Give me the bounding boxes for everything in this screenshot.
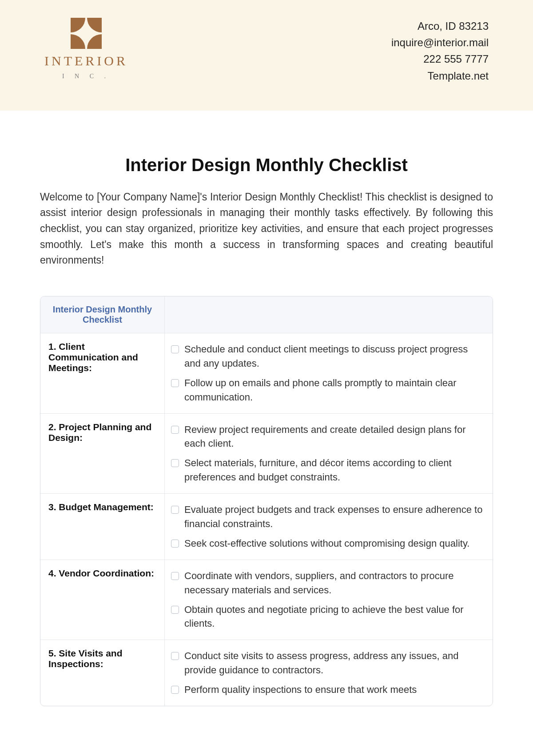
checkbox[interactable] bbox=[171, 652, 179, 660]
page-title: Interior Design Monthly Checklist bbox=[40, 155, 493, 175]
contact-block: Arco, ID 83213 inquire@interior.mail 222… bbox=[391, 18, 489, 84]
table-header-spacer bbox=[165, 296, 493, 333]
task-text: Seek cost-effective solutions without co… bbox=[184, 536, 469, 551]
checkbox[interactable] bbox=[171, 686, 179, 694]
checkbox[interactable] bbox=[171, 379, 179, 387]
logo-block: INTERIOR I N C . bbox=[44, 18, 128, 80]
tasks-cell: Review project requirements and create d… bbox=[165, 414, 493, 494]
checkbox[interactable] bbox=[171, 426, 179, 434]
task-item: Review project requirements and create d… bbox=[171, 420, 484, 454]
task-item: Perform quality inspections to ensure th… bbox=[171, 680, 484, 700]
checkbox[interactable] bbox=[171, 540, 179, 548]
category-cell: 5. Site Visits and Inspections: bbox=[40, 640, 165, 706]
category-label: 5. Site Visits and Inspections: bbox=[48, 648, 123, 669]
logo-petal bbox=[87, 34, 102, 49]
content-area: Interior Design Monthly Checklist Welcom… bbox=[0, 111, 533, 706]
brand-subtitle: I N C . bbox=[62, 73, 110, 80]
category-cell: 3. Budget Management: bbox=[40, 494, 165, 560]
task-text: Select materials, furniture, and décor i… bbox=[184, 456, 484, 484]
task-text: Coordinate with vendors, suppliers, and … bbox=[184, 569, 484, 597]
checkbox[interactable] bbox=[171, 606, 179, 614]
task-text: Review project requirements and create d… bbox=[184, 423, 484, 451]
contact-address: Arco, ID 83213 bbox=[391, 18, 489, 34]
intro-paragraph: Welcome to [Your Company Name]'s Interio… bbox=[40, 189, 493, 268]
category-label: 3. Budget Management: bbox=[48, 502, 154, 512]
logo-icon bbox=[71, 18, 102, 49]
table-header-cell: Interior Design Monthly Checklist bbox=[40, 296, 165, 333]
task-text: Obtain quotes and negotiate pricing to a… bbox=[184, 603, 484, 631]
contact-email: inquire@interior.mail bbox=[391, 34, 489, 51]
category-cell: 1. Client Communication and Meetings: bbox=[40, 333, 165, 413]
logo-petal bbox=[71, 18, 85, 32]
header-banner: INTERIOR I N C . Arco, ID 83213 inquire@… bbox=[0, 0, 533, 111]
checkbox[interactable] bbox=[171, 572, 179, 580]
checkbox[interactable] bbox=[171, 506, 179, 514]
task-text: Follow up on emails and phone calls prom… bbox=[184, 376, 484, 404]
table-row: 1. Client Communication and Meetings: Sc… bbox=[40, 333, 493, 413]
task-text: Perform quality inspections to ensure th… bbox=[184, 683, 417, 697]
checklist-table: Interior Design Monthly Checklist 1. Cli… bbox=[40, 296, 493, 706]
logo-petal bbox=[87, 18, 102, 32]
brand-name: INTERIOR bbox=[44, 53, 128, 68]
task-item: Follow up on emails and phone calls prom… bbox=[171, 373, 484, 407]
table-row: 2. Project Planning and Design: Review p… bbox=[40, 413, 493, 494]
category-label: 1. Client Communication and Meetings: bbox=[48, 341, 138, 373]
task-text: Conduct site visits to assess progress, … bbox=[184, 649, 484, 677]
category-label: 2. Project Planning and Design: bbox=[48, 422, 151, 443]
tasks-cell: Schedule and conduct client meetings to … bbox=[165, 333, 493, 413]
task-text: Evaluate project budgets and track expen… bbox=[184, 503, 484, 531]
table-row: 5. Site Visits and Inspections: Conduct … bbox=[40, 640, 493, 706]
table-header-row: Interior Design Monthly Checklist bbox=[40, 296, 493, 333]
table-row: 4. Vendor Coordination: Coordinate with … bbox=[40, 560, 493, 640]
checkbox[interactable] bbox=[171, 345, 179, 353]
task-item: Obtain quotes and negotiate pricing to a… bbox=[171, 600, 484, 634]
category-label: 4. Vendor Coordination: bbox=[48, 568, 154, 578]
tasks-cell: Conduct site visits to assess progress, … bbox=[165, 640, 493, 706]
logo-petal bbox=[71, 34, 85, 49]
contact-phone: 222 555 7777 bbox=[391, 51, 489, 67]
task-item: Select materials, furniture, and décor i… bbox=[171, 453, 484, 487]
table-row: 3. Budget Management: Evaluate project b… bbox=[40, 493, 493, 560]
tasks-cell: Evaluate project budgets and track expen… bbox=[165, 494, 493, 560]
task-item: Evaluate project budgets and track expen… bbox=[171, 500, 484, 534]
category-cell: 2. Project Planning and Design: bbox=[40, 414, 165, 494]
task-item: Schedule and conduct client meetings to … bbox=[171, 340, 484, 373]
category-cell: 4. Vendor Coordination: bbox=[40, 560, 165, 640]
contact-site: Template.net bbox=[391, 68, 489, 84]
task-item: Conduct site visits to assess progress, … bbox=[171, 646, 484, 680]
task-item: Seek cost-effective solutions without co… bbox=[171, 534, 484, 553]
task-item: Coordinate with vendors, suppliers, and … bbox=[171, 566, 484, 600]
checkbox[interactable] bbox=[171, 459, 179, 467]
task-text: Schedule and conduct client meetings to … bbox=[184, 342, 484, 371]
tasks-cell: Coordinate with vendors, suppliers, and … bbox=[165, 560, 493, 640]
